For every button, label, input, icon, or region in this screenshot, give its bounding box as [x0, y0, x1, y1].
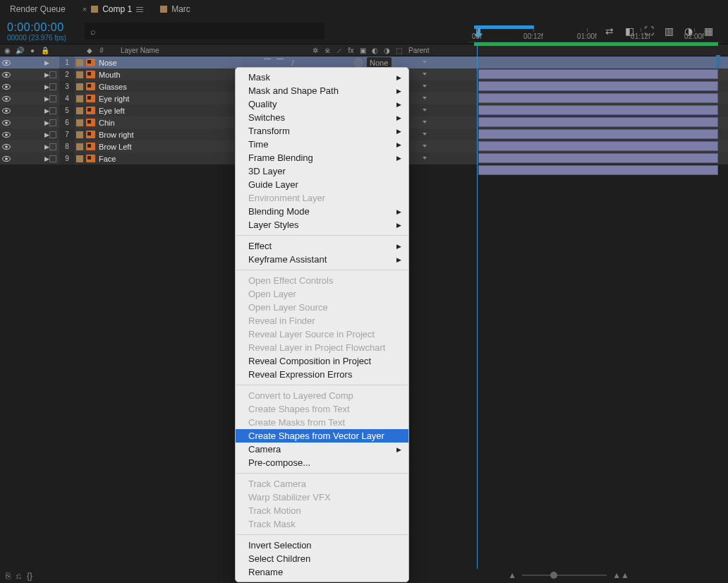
- parent-col[interactable]: Parent: [403, 47, 442, 54]
- layer-name[interactable]: Brow Left: [96, 143, 258, 151]
- work-area-bar[interactable]: [474, 25, 534, 29]
- zoom-track[interactable]: [522, 575, 607, 576]
- parent-dropdown[interactable]: None: [367, 57, 392, 68]
- label-color[interactable]: [76, 107, 83, 114]
- zoom-in-icon[interactable]: ▲▲: [612, 570, 629, 580]
- audio-col-icon[interactable]: 🔊: [16, 46, 24, 54]
- solo-toggle[interactable]: [49, 143, 56, 150]
- twirl-icon[interactable]: ▶: [44, 119, 49, 126]
- twirl-icon[interactable]: ▶: [44, 83, 49, 90]
- menu-item[interactable]: Frame Blending: [236, 151, 408, 164]
- shy-switch[interactable]: [264, 59, 271, 59]
- menu-item[interactable]: Select Children: [236, 552, 408, 565]
- zoom-slider[interactable]: ▲ ▲▲: [508, 570, 629, 580]
- solo-toggle[interactable]: [49, 83, 56, 90]
- current-time[interactable]: 0:00:00:00: [7, 21, 79, 34]
- layer-duration-bar[interactable]: [478, 105, 718, 115]
- menu-item[interactable]: Camera: [236, 443, 408, 456]
- toggle-modes-icon[interactable]: ⎌: [16, 571, 21, 581]
- toggle-switches-icon[interactable]: ⎘: [6, 571, 11, 581]
- close-icon[interactable]: ×: [83, 5, 87, 13]
- menu-item[interactable]: Quality: [236, 97, 408, 111]
- layer-name[interactable]: Mouth: [96, 71, 258, 79]
- visibility-toggle[interactable]: [2, 143, 11, 151]
- menu-item[interactable]: Reveal Expression Errors: [236, 368, 408, 381]
- time-ruler[interactable]: 00f 00:12f 01:00f 01:12f 02:00f: [468, 23, 721, 42]
- twirl-icon[interactable]: ▶: [44, 95, 49, 102]
- solo-toggle[interactable]: [49, 107, 56, 114]
- label-color[interactable]: [76, 71, 83, 78]
- twirl-icon[interactable]: ▶: [44, 143, 49, 150]
- visibility-toggle[interactable]: [2, 119, 11, 127]
- panel-menu-icon[interactable]: [136, 7, 143, 12]
- timecode-block[interactable]: 0:00:00:00 00000 (23.976 fps): [7, 21, 79, 42]
- menu-item[interactable]: Blending Mode: [236, 205, 408, 218]
- menu-item[interactable]: Rename: [236, 565, 408, 579]
- playhead-line[interactable]: [477, 42, 478, 569]
- twirl-icon[interactable]: ▶: [44, 155, 49, 162]
- solo-col-icon[interactable]: ●: [28, 46, 37, 54]
- visibility-toggle[interactable]: [2, 83, 11, 91]
- label-color[interactable]: [76, 83, 83, 90]
- label-color[interactable]: [76, 131, 83, 138]
- layer-duration-bar[interactable]: [478, 129, 718, 139]
- motion-blur-col-icon[interactable]: ◐: [371, 46, 379, 54]
- layer-name[interactable]: Eye right: [96, 95, 258, 103]
- layer-name[interactable]: Face: [96, 155, 258, 163]
- 3d-icon[interactable]: ⬚: [395, 46, 403, 54]
- visibility-toggle[interactable]: [2, 155, 11, 163]
- menu-item[interactable]: Create Shapes from Vector Layer: [236, 429, 408, 443]
- menu-item[interactable]: Reveal Composition in Project: [236, 354, 408, 368]
- layer-duration-bar[interactable]: [478, 81, 718, 91]
- tab-comp1[interactable]: × Comp 1: [83, 4, 143, 14]
- zoom-out-icon[interactable]: ▲: [508, 570, 516, 580]
- lock-col-icon[interactable]: 🔒: [41, 46, 49, 54]
- visibility-toggle[interactable]: [2, 131, 11, 139]
- zoom-thumb[interactable]: [550, 572, 557, 579]
- visibility-toggle[interactable]: [2, 71, 11, 79]
- solo-toggle[interactable]: [49, 71, 56, 78]
- adjustment-icon[interactable]: ◑: [383, 46, 391, 54]
- tab-marc[interactable]: Marc: [160, 4, 190, 14]
- fx-icon[interactable]: fx: [347, 46, 355, 54]
- solo-toggle[interactable]: [49, 119, 56, 126]
- layer-duration-bar[interactable]: [478, 141, 718, 151]
- menu-item[interactable]: Layer Styles: [236, 218, 408, 232]
- work-area-indicator[interactable]: [474, 42, 718, 46]
- collapse-switch[interactable]: [277, 59, 284, 59]
- collapse-icon[interactable]: ※: [323, 46, 331, 54]
- menu-item[interactable]: Mask: [236, 71, 408, 84]
- layer-name[interactable]: Chin: [96, 119, 258, 127]
- label-color[interactable]: [76, 155, 83, 162]
- layer-name[interactable]: Eye left: [96, 107, 258, 115]
- toggle-brackets-icon[interactable]: {}: [27, 571, 32, 581]
- menu-item[interactable]: Effect: [236, 239, 408, 253]
- twirl-icon[interactable]: ▶: [44, 59, 49, 66]
- label-color[interactable]: [76, 143, 83, 150]
- label-col-icon[interactable]: ◆: [85, 46, 94, 54]
- layer-name[interactable]: Glasses: [96, 83, 258, 91]
- tab-render-queue[interactable]: Render Queue: [10, 4, 66, 14]
- search-input[interactable]: [102, 26, 319, 36]
- label-color[interactable]: [76, 119, 83, 126]
- pickwhip-icon[interactable]: [354, 59, 363, 67]
- layer-name[interactable]: Brow right: [96, 131, 258, 139]
- menu-item[interactable]: Guide Layer: [236, 178, 408, 191]
- twirl-icon[interactable]: ▶: [44, 107, 49, 114]
- visibility-toggle[interactable]: [2, 95, 11, 103]
- layer-duration-bar[interactable]: [478, 153, 718, 163]
- menu-item[interactable]: Switches: [236, 111, 408, 124]
- frame-blend-col-icon[interactable]: ▣: [359, 46, 367, 54]
- comp-end-marker[interactable]: [716, 55, 720, 68]
- menu-item[interactable]: Time: [236, 138, 408, 151]
- solo-toggle[interactable]: [49, 155, 56, 162]
- solo-toggle[interactable]: [49, 59, 56, 66]
- menu-item[interactable]: Transform: [236, 124, 408, 138]
- layer-duration-bar[interactable]: [478, 93, 718, 103]
- video-col-icon[interactable]: ◉: [3, 46, 11, 54]
- layer-duration-bar[interactable]: [478, 165, 718, 175]
- menu-item[interactable]: Keyframe Assistant: [236, 253, 408, 266]
- menu-item[interactable]: 3D Layer: [236, 164, 408, 178]
- layer-name[interactable]: Nose: [96, 59, 258, 67]
- layer-duration-bar[interactable]: [478, 69, 718, 79]
